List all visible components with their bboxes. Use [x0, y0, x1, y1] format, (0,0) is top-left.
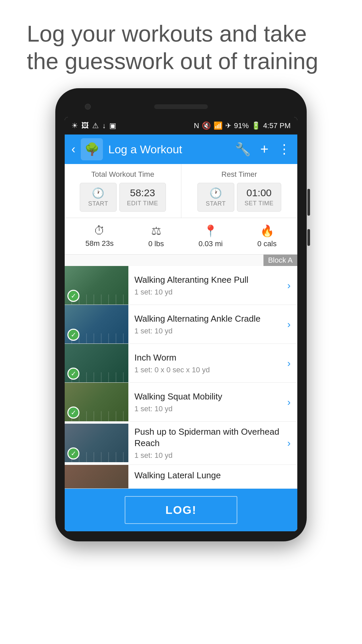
weight-icon: ⚖	[151, 224, 161, 237]
log-button-container: Log!	[65, 489, 297, 531]
workout-time-section: Total Workout Time 🕐 START 58:23 EDIT TI…	[65, 164, 297, 218]
mute-icon: 🔇	[202, 121, 211, 130]
exercise-list: ✓ Walking Alteranting Knee Pull 1 set: 1…	[65, 266, 297, 489]
exercise-item[interactable]: ✓ Walking Squat Mobility 1 set: 10 yd ›	[65, 383, 297, 422]
stopwatch-icon: ⏱	[94, 224, 105, 237]
set-time-label: SET TIME	[245, 200, 274, 207]
nfc-icon: ▣	[109, 121, 116, 130]
log-button[interactable]: Log!	[125, 496, 238, 524]
completed-check: ✓	[67, 329, 79, 341]
completed-check: ✓	[67, 290, 79, 302]
total-time-label: Total Workout Time	[91, 170, 154, 179]
app-title: Log a Workout	[108, 143, 235, 156]
nfc-status-icon: N	[194, 121, 199, 130]
phone-screen: ☀ 🖼 ⚠ ↓ ▣ N 🔇 📶 ✈ 91% 🔋 4:57 PM ‹ 🌳	[65, 117, 297, 531]
headline: Log your workouts and take the guesswork…	[27, 20, 335, 75]
more-menu-button[interactable]: ⋮	[278, 142, 291, 157]
exercise-info: Walking Alternating Ankle Cradle 1 set: …	[128, 309, 287, 340]
set-time-button[interactable]: 01:00 SET TIME	[237, 183, 281, 212]
exercise-name: Walking Lateral Lunge	[134, 470, 291, 481]
status-right-icons: N 🔇 📶 ✈ 91% 🔋 4:57 PM	[194, 121, 291, 130]
exercise-item[interactable]: ✓ Walking Alternating Ankle Cradle 1 set…	[65, 305, 297, 344]
phone-camera	[85, 104, 91, 110]
completed-check: ✓	[67, 368, 79, 380]
status-left-icons: ☀ 🖼 ⚠ ↓ ▣	[71, 121, 116, 130]
brightness-icon: ☀	[71, 121, 78, 130]
status-bar: ☀ 🖼 ⚠ ↓ ▣ N 🔇 📶 ✈ 91% 🔋 4:57 PM	[65, 117, 297, 135]
exercise-item[interactable]: ✓ Inch Worm 1 set: 0 x 0 sec x 10 yd ›	[65, 344, 297, 383]
exercise-item[interactable]: Walking Lateral Lunge	[65, 465, 297, 489]
block-label: Block A	[263, 255, 297, 266]
exercise-info: Walking Lateral Lunge	[128, 465, 297, 488]
set-time-value: 01:00	[246, 187, 272, 199]
app-bar: ‹ 🌳 Log a Workout 🔧 + ⋮	[65, 135, 297, 164]
image-icon: 🖼	[81, 121, 89, 130]
calories-stat-value: 0 cals	[257, 239, 277, 248]
exercise-sets: 1 set: 10 yd	[134, 327, 281, 335]
app-bar-actions: 🔧 + ⋮	[235, 141, 291, 157]
phone-speaker	[154, 104, 208, 109]
add-button[interactable]: +	[260, 141, 268, 157]
rest-start-label: START	[206, 200, 226, 207]
exercise-info: Push up to Spiderman with Overhead Reach…	[128, 422, 287, 465]
phone-container: ☀ 🖼 ⚠ ↓ ▣ N 🔇 📶 ✈ 91% 🔋 4:57 PM ‹ 🌳	[55, 88, 307, 541]
calories-stat: 🔥 0 cals	[257, 224, 277, 248]
total-start-button[interactable]: 🕐 START	[80, 183, 117, 212]
exercise-info: Walking Alteranting Knee Pull 1 set: 10 …	[128, 270, 287, 301]
exercise-name: Walking Alternating Ankle Cradle	[134, 313, 281, 325]
distance-stat: 📍 0.03 mi	[198, 224, 223, 248]
completed-check: ✓	[67, 407, 79, 419]
exercise-sets: 1 set: 10 yd	[134, 405, 281, 413]
exercise-name: Walking Alteranting Knee Pull	[134, 274, 281, 286]
location-icon: 📍	[203, 224, 218, 237]
chevron-right-icon[interactable]: ›	[287, 319, 291, 330]
battery-icon: 🔋	[251, 121, 260, 130]
clock-icon: 🕐	[92, 187, 104, 199]
exercise-name: Walking Squat Mobility	[134, 391, 281, 402]
exercise-thumbnail	[65, 465, 128, 488]
exercise-sets: 1 set: 10 yd	[134, 451, 281, 460]
exercise-info: Inch Worm 1 set: 0 x 0 sec x 10 yd	[128, 347, 287, 379]
rest-timer-column: Rest Timer 🕐 START 01:00 SET TIME	[181, 164, 298, 218]
exercise-sets: 1 set: 0 x 0 sec x 10 yd	[134, 366, 281, 374]
exercise-info: Walking Squat Mobility 1 set: 10 yd	[128, 386, 287, 418]
block-header-row: Block A	[65, 255, 297, 266]
exercise-thumbnail: ✓	[65, 424, 128, 462]
exercise-thumbnail: ✓	[65, 344, 128, 382]
stats-row: ⏱ 58m 23s ⚖ 0 lbs 📍 0.03 mi 🔥 0 cals	[65, 218, 297, 255]
edit-time-button[interactable]: 58:23 EDIT TIME	[119, 183, 166, 212]
fire-icon: 🔥	[260, 224, 274, 237]
rest-clock-icon: 🕐	[209, 187, 222, 199]
exercise-thumbnail: ✓	[65, 305, 128, 343]
wifi-icon: 📶	[214, 121, 223, 130]
total-time-column: Total Workout Time 🕐 START 58:23 EDIT TI…	[65, 164, 181, 218]
page-header: Log your workouts and take the guesswork…	[0, 0, 362, 88]
download-icon: ↓	[102, 121, 106, 130]
clock: 4:57 PM	[263, 121, 291, 130]
chevron-right-icon[interactable]: ›	[287, 280, 291, 291]
app-logo: 🌳	[81, 138, 103, 160]
airplane-icon: ✈	[225, 121, 231, 130]
total-start-label: START	[88, 200, 108, 207]
exercise-name: Push up to Spiderman with Overhead Reach	[134, 426, 281, 449]
chevron-right-icon[interactable]: ›	[287, 358, 291, 369]
tree-icon: 🌳	[84, 142, 100, 156]
time-stat-value: 58m 23s	[85, 239, 114, 248]
exercise-item[interactable]: ✓ Walking Alteranting Knee Pull 1 set: 1…	[65, 266, 297, 305]
battery-level: 91%	[234, 121, 249, 130]
warning-icon: ⚠	[92, 121, 99, 130]
distance-stat-value: 0.03 mi	[198, 239, 223, 248]
exercise-item[interactable]: ✓ Push up to Spiderman with Overhead Rea…	[65, 422, 297, 465]
weight-stat: ⚖ 0 lbs	[148, 224, 164, 248]
rest-start-button[interactable]: 🕐 START	[197, 183, 234, 212]
exercise-sets: 1 set: 10 yd	[134, 288, 281, 297]
chevron-right-icon[interactable]: ›	[287, 437, 291, 449]
exercise-name: Inch Worm	[134, 352, 281, 364]
rest-timer-label: Rest Timer	[222, 170, 257, 179]
back-button[interactable]: ‹	[71, 142, 75, 156]
weight-stat-value: 0 lbs	[148, 239, 164, 248]
edit-time-label: EDIT TIME	[127, 200, 158, 207]
wrench-icon[interactable]: 🔧	[235, 142, 251, 157]
chevron-right-icon[interactable]: ›	[287, 396, 291, 408]
edit-time-value: 58:23	[130, 187, 155, 199]
